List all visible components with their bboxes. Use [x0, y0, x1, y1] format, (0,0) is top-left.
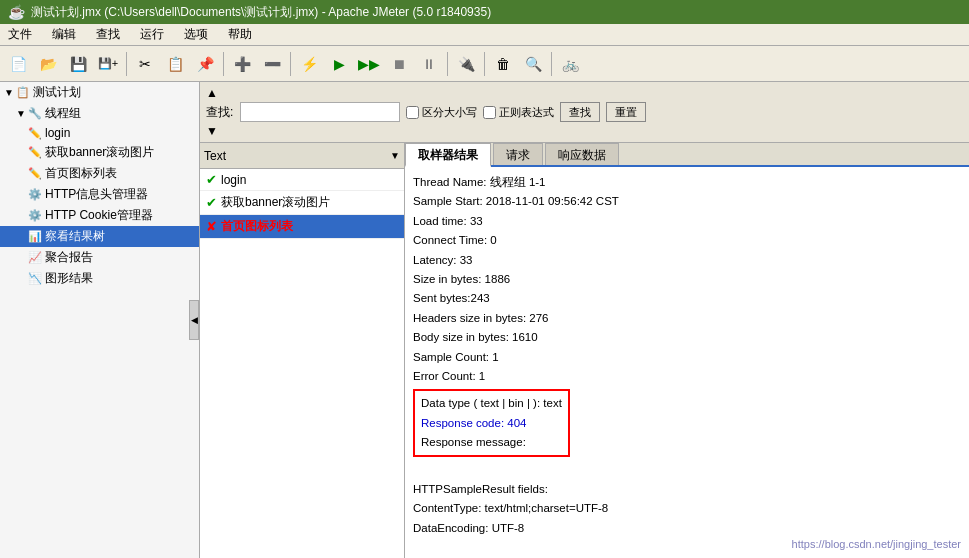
- tabs-bar: 取样器结果 请求 响应数据: [405, 143, 969, 167]
- toolbar-toggle[interactable]: ⚡: [295, 50, 323, 78]
- toolbar-collapse[interactable]: ➖: [258, 50, 286, 78]
- toolbar-stop[interactable]: ⏹: [385, 50, 413, 78]
- sidebar-item-banner[interactable]: ✏️ 获取banner滚动图片: [0, 142, 199, 163]
- line-sample-count: Sample Count: 1: [413, 348, 961, 366]
- login-icon: ✏️: [28, 127, 42, 140]
- line-response-code: Response code: 404: [421, 414, 562, 432]
- result-content: Thread Name: 线程组 1-1 Sample Start: 2018-…: [405, 167, 969, 558]
- sidebar-label-banner: 获取banner滚动图片: [45, 144, 154, 161]
- title-bar: ☕ 测试计划.jmx (C:\Users\dell\Documents\测试计划…: [0, 0, 969, 24]
- list-item-label-homepage: 首页图标列表: [221, 218, 293, 235]
- toolbar-cut[interactable]: ✂: [131, 50, 159, 78]
- line-size-bytes: Size in bytes: 1886: [413, 270, 961, 288]
- sidebar-label-httpheader: HTTP信息头管理器: [45, 186, 148, 203]
- sidebar-item-login[interactable]: ✏️ login: [0, 124, 199, 142]
- sep2: [223, 52, 224, 76]
- toolbar-clear[interactable]: 🗑: [489, 50, 517, 78]
- list-panel: Text ▼ ✔ login ✔ 获取banner滚动图片 ✘ 首页图标列表: [200, 143, 405, 558]
- find-button[interactable]: 查找: [560, 102, 600, 122]
- menu-options[interactable]: 选项: [180, 26, 212, 43]
- toolbar-start-nopause[interactable]: ▶▶: [355, 50, 383, 78]
- list-dropdown-arrow[interactable]: ▼: [390, 150, 400, 161]
- menu-run[interactable]: 运行: [136, 26, 168, 43]
- homepage-icon: ✏️: [28, 167, 42, 180]
- sep5: [484, 52, 485, 76]
- httpcookie-icon: ⚙️: [28, 209, 42, 222]
- list-body: ✔ login ✔ 获取banner滚动图片 ✘ 首页图标列表: [200, 169, 404, 558]
- sidebar-item-httpcookie[interactable]: ⚙️ HTTP Cookie管理器: [0, 205, 199, 226]
- line-httpsample: HTTPSampleResult fields:: [413, 480, 961, 498]
- sep6: [551, 52, 552, 76]
- tab-response-data[interactable]: 响应数据: [545, 143, 619, 165]
- sidebar-item-httpheader[interactable]: ⚙️ HTTP信息头管理器: [0, 184, 199, 205]
- menu-edit[interactable]: 编辑: [48, 26, 80, 43]
- scroll-up-arrow[interactable]: ▲: [206, 86, 218, 100]
- sidebar-item-aggregate[interactable]: 📈 聚合报告: [0, 247, 199, 268]
- sidebar-item-viewresults[interactable]: 📊 察看结果树: [0, 226, 199, 247]
- line-empty: [413, 460, 961, 478]
- line-dataencoding: DataEncoding: UTF-8: [413, 519, 961, 537]
- search-top-arrows: ▲: [206, 86, 963, 100]
- sidebar-item-homepage[interactable]: ✏️ 首页图标列表: [0, 163, 199, 184]
- toolbar-search[interactable]: 🔍: [519, 50, 547, 78]
- line-latency: Latency: 33: [413, 251, 961, 269]
- line-thread-name: Thread Name: 线程组 1-1: [413, 173, 961, 191]
- list-item-homepage[interactable]: ✘ 首页图标列表: [200, 215, 404, 239]
- app-icon: ☕: [8, 4, 25, 20]
- regex-checkbox[interactable]: [483, 106, 496, 119]
- toolbar-open[interactable]: 📂: [34, 50, 62, 78]
- toolbar-save[interactable]: 💾: [64, 50, 92, 78]
- search-label: 查找:: [206, 104, 234, 121]
- toolbar-new[interactable]: 📄: [4, 50, 32, 78]
- list-item-banner[interactable]: ✔ 获取banner滚动图片: [200, 191, 404, 215]
- sidebar-item-graph[interactable]: 📉 图形结果: [0, 268, 199, 289]
- toolbar-start[interactable]: ▶: [325, 50, 353, 78]
- line-contenttype: ContentType: text/html;charset=UTF-8: [413, 499, 961, 517]
- toolbar-bike[interactable]: 🚲: [556, 50, 584, 78]
- watermark: https://blog.csdn.net/jingjing_tester: [792, 538, 961, 550]
- sep1: [126, 52, 127, 76]
- menu-bar: 文件 编辑 查找 运行 选项 帮助: [0, 24, 969, 46]
- menu-find[interactable]: 查找: [92, 26, 124, 43]
- viewresults-icon: 📊: [28, 230, 42, 243]
- line-error-count: Error Count: 1: [413, 367, 961, 385]
- result-panel: 取样器结果 请求 响应数据 Thread Name: 线程组 1-1 Sampl…: [405, 143, 969, 558]
- sidebar-collapse-handle[interactable]: ◀: [189, 300, 199, 340]
- highlighted-section: Data type ( text | bin | ): text Respons…: [413, 389, 570, 457]
- toolbar-paste[interactable]: 📌: [191, 50, 219, 78]
- content-area: Text ▼ ✔ login ✔ 获取banner滚动图片 ✘ 首页图标列表: [200, 143, 969, 558]
- right-panel: ▲ 查找: 区分大小写 正则表达式 查找 重置 ▼: [200, 82, 969, 558]
- tab-request[interactable]: 请求: [493, 143, 543, 165]
- title-text: 测试计划.jmx (C:\Users\dell\Documents\测试计划.j…: [31, 4, 491, 21]
- case-sensitive-checkbox[interactable]: [406, 106, 419, 119]
- graph-icon: 📉: [28, 272, 42, 285]
- main-layout: ▼ 📋 测试计划 ▼ 🔧 线程组 ✏️ login ✏️ 获取banner滚动图…: [0, 82, 969, 558]
- list-item-login[interactable]: ✔ login: [200, 169, 404, 191]
- menu-help[interactable]: 帮助: [224, 26, 256, 43]
- testplan-icon: 📋: [16, 86, 30, 99]
- sep3: [290, 52, 291, 76]
- sidebar-label-graph: 图形结果: [45, 270, 93, 287]
- reset-button[interactable]: 重置: [606, 102, 646, 122]
- threadgroup-icon: 🔧: [28, 107, 42, 120]
- menu-file[interactable]: 文件: [4, 26, 36, 43]
- sidebar-item-testplan[interactable]: ▼ 📋 测试计划: [0, 82, 199, 103]
- list-item-label-login: login: [221, 173, 246, 187]
- arrow-threadgroup: ▼: [16, 108, 26, 119]
- search-input[interactable]: [240, 102, 400, 122]
- arrow-testplan: ▼: [4, 87, 14, 98]
- sidebar-item-threadgroup[interactable]: ▼ 🔧 线程组: [0, 103, 199, 124]
- toolbar-copy[interactable]: 📋: [161, 50, 189, 78]
- tab-sampler-result[interactable]: 取样器结果: [405, 143, 491, 167]
- search-bottom-arrows: ▼: [206, 124, 963, 138]
- case-sensitive-area: 区分大小写: [406, 105, 477, 120]
- toolbar-expand[interactable]: ➕: [228, 50, 256, 78]
- scroll-down-arrow[interactable]: ▼: [206, 124, 218, 138]
- toolbar-shutdown[interactable]: ⏸: [415, 50, 443, 78]
- banner-icon: ✏️: [28, 146, 42, 159]
- toolbar-remote[interactable]: 🔌: [452, 50, 480, 78]
- sidebar-label-httpcookie: HTTP Cookie管理器: [45, 207, 153, 224]
- toolbar-save-as[interactable]: 💾+: [94, 50, 122, 78]
- case-sensitive-label: 区分大小写: [422, 105, 477, 120]
- search-row: 查找: 区分大小写 正则表达式 查找 重置: [206, 102, 963, 122]
